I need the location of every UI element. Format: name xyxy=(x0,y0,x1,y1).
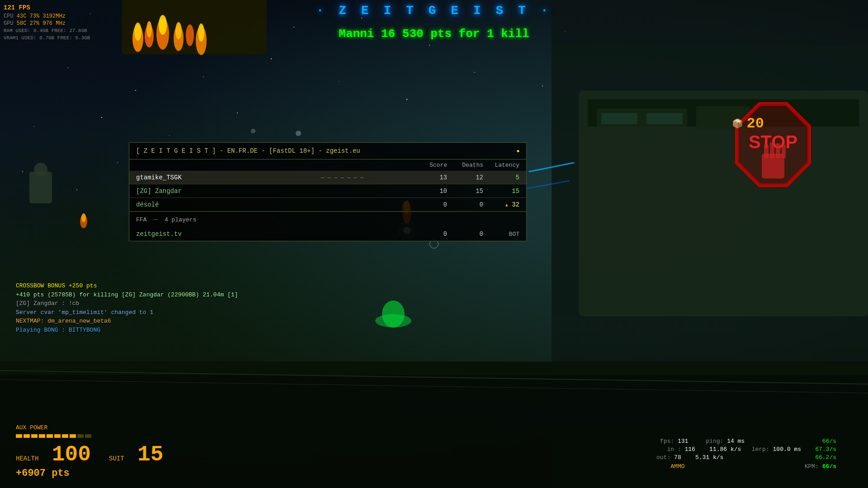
net-rate1: 66/s xyxy=(822,438,836,445)
net-fps-line: fps: 131 ping: 14 ms 66/s xyxy=(660,438,836,445)
aux-seg-8 xyxy=(70,434,76,438)
player-score-3: 0 xyxy=(411,201,447,208)
net-fps-label: fps: xyxy=(660,438,674,445)
health-value: 100 xyxy=(52,442,91,467)
aux-seg-5 xyxy=(47,434,53,438)
cpu-core: 43C xyxy=(17,13,27,19)
bot-label: BOT xyxy=(483,231,519,238)
kpm-label: KPM: xyxy=(805,463,819,470)
hud-overlay: 121 FPS CPU 43C 73% 3192MHz GPU 58C 27% … xyxy=(0,0,868,488)
aux-seg-2 xyxy=(24,434,30,438)
col-latency: Latency xyxy=(483,162,519,169)
right-hud: fps: 131 ping: 14 ms 66/s in : 116 11.86… xyxy=(656,438,836,470)
health-group: HEALTH 100 xyxy=(16,444,91,465)
svg-rect-73 xyxy=(770,142,774,158)
net-ping-value: 14 ms xyxy=(727,438,745,445)
aux-seg-1 xyxy=(16,434,22,438)
ram-free: FREE: 27.6GB xyxy=(52,28,87,33)
net-rate2: 67.3/s xyxy=(815,446,836,453)
bot-score: 0 xyxy=(411,230,447,238)
score-columns: Score Deaths Latency xyxy=(129,160,526,171)
fps-counter: 121 FPS xyxy=(4,4,90,13)
performance-stats: 121 FPS CPU 43C 73% 3192MHz GPU 58C 27% … xyxy=(4,4,90,42)
scoreboard-rows: gtamike_TSGK — — — — — — — 13 12 5 [ZG] … xyxy=(129,171,526,211)
net-in-kbps: 11.86 k/s xyxy=(709,446,741,453)
player-score-1: 13 xyxy=(411,174,447,181)
scoreboard-footer: FFA — 4 players xyxy=(129,211,526,227)
player-name-1: gtamike_TSGK xyxy=(136,174,274,181)
player-row-1: gtamike_TSGK — — — — — — — 13 12 5 xyxy=(129,171,526,184)
net-out-value: 78 xyxy=(674,454,681,461)
ram-used: RAM USED: 0.4GB xyxy=(4,28,48,33)
aux-seg-10 xyxy=(85,434,91,438)
cpu-percent: 73% xyxy=(30,13,40,19)
chat-line-1: CROSSBOW BONUS +250 pts xyxy=(16,282,238,291)
aux-seg-4 xyxy=(39,434,45,438)
player-latency-1: 5 xyxy=(483,174,519,181)
health-label: HEALTH xyxy=(16,455,38,462)
player-name-3: désolé xyxy=(136,201,274,208)
suit-value: 15 xyxy=(137,442,164,467)
ram-stat: RAM USED: 0.4GB FREE: 27.6GB xyxy=(4,28,90,34)
scoreboard-header: [ Z E I T G E I S T ] - EN.FR.DE - [Fast… xyxy=(129,143,526,160)
net-fps-value: 131 xyxy=(678,438,688,445)
game-mode: FFA xyxy=(136,216,146,223)
kill-message-text: Manni 16 530 pts for 1 kill xyxy=(339,27,529,41)
game-title: · Z E I T G E I S T · xyxy=(316,4,552,18)
net-ping-label: ping: xyxy=(706,438,723,445)
net-in-line: in : 116 11.86 k/s lerp: 100.0 ms 67.3/s xyxy=(667,446,836,453)
suit-group: SUIT 15 xyxy=(109,444,163,465)
scoreboard: [ Z E I T G E I S T ] - EN.FR.DE - [Fast… xyxy=(129,142,527,241)
aux-power-label: AUX POWER xyxy=(16,424,164,431)
health-suit-display: HEALTH 100 SUIT 15 xyxy=(16,444,164,465)
ammo-label: AMMO xyxy=(670,463,684,470)
player-name-2: [ZG] Zangdar xyxy=(136,188,274,195)
chat-line-5: NEXTMAP: dm_arena_new_beta6 xyxy=(16,317,238,326)
chat-line-6: Playing BONG : BITTYBONG xyxy=(16,326,238,335)
vram-free: FREE: 5.3GB xyxy=(57,35,90,41)
chat-feed: CROSSBOW BONUS +250 pts +410 pts (25785B… xyxy=(16,282,238,334)
left-hud: AUX POWER HEALTH 100 xyxy=(16,424,164,479)
server-dot: ◆ xyxy=(517,148,519,154)
ammo-kpm-line: AMMO KPM: 66/s xyxy=(670,463,836,470)
ammo-icon: 📦 xyxy=(732,118,743,129)
kill-message: Manni 16 530 pts for 1 kill xyxy=(339,27,529,41)
net-in-value: 116 xyxy=(684,446,695,453)
title-text: · Z E I T G E I S T · xyxy=(316,4,552,18)
aux-power-bar xyxy=(16,434,164,438)
cpu-stat: CPU 43C 73% 3192MHz xyxy=(4,13,90,20)
bottom-hud: AUX POWER HEALTH 100 xyxy=(16,424,852,479)
gpu-core: 58C xyxy=(17,20,27,27)
net-rate3: 66.2/s xyxy=(815,454,836,461)
vram-stat: VRAM1 USED: 0.7GB FREE: 5.3GB xyxy=(4,35,90,42)
pts-display: +6907 pts xyxy=(16,468,164,479)
net-out-kbps: 5.31 k/s xyxy=(695,454,723,461)
player-score-2: 10 xyxy=(411,188,447,195)
ammo-count-value: 20 xyxy=(747,115,764,132)
col-deaths: Deaths xyxy=(447,162,483,169)
svg-rect-72 xyxy=(764,145,769,158)
gpu-stat: GPU 58C 27% 976 MHz xyxy=(4,20,90,28)
bot-name: zeitgeist.tv xyxy=(136,230,411,238)
player-latency-3: ▲ 32 xyxy=(483,201,519,208)
stop-sign: STOP xyxy=(728,99,818,190)
chat-line-3: [ZG] Zangdar : !cb xyxy=(16,299,238,308)
player-deaths-1: 12 xyxy=(447,174,483,181)
svg-rect-75 xyxy=(782,145,786,158)
aux-seg-7 xyxy=(62,434,68,438)
player-count: 4 players xyxy=(165,216,196,223)
net-lerp-value: 100.0 ms xyxy=(773,446,801,453)
col-score: Score xyxy=(411,162,447,169)
player-latency-2: 15 xyxy=(483,188,519,195)
server-name: [ Z E I T G E I S T ] - EN.FR.DE - [Fast… xyxy=(136,147,514,155)
aux-seg-3 xyxy=(31,434,38,438)
bot-row: zeitgeist.tv 0 0 BOT xyxy=(129,227,526,241)
net-in-label: in : xyxy=(667,446,681,453)
player-deaths-2: 15 xyxy=(447,188,483,195)
cpu-freq: 3192MHz xyxy=(42,13,65,19)
net-lerp-label: lerp: xyxy=(752,446,769,453)
cpu-label: CPU xyxy=(4,13,14,19)
chat-line-2: +410 pts (25785B) for killing [ZG] Zangd… xyxy=(16,291,238,300)
player-deaths-3: 0 xyxy=(447,201,483,208)
latency-arrow: ▲ xyxy=(505,203,508,208)
